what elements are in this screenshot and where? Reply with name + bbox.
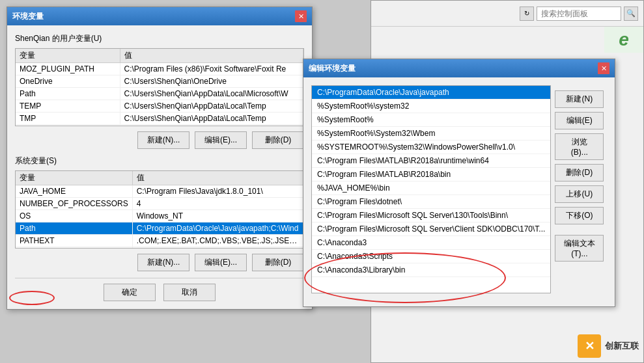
watermark: ✕ 创新互联 — [578, 334, 639, 358]
system-vars-col-value: 值 — [132, 171, 303, 185]
ie-logo: e — [604, 27, 643, 53]
list-item[interactable]: C:\Program Files\MATLAB\R2018a\bin — [312, 168, 550, 182]
table-row[interactable]: TEMPC:\Users\ShenQian\AppData\Local\Temp — [16, 100, 303, 113]
edit-move-up-button[interactable]: 上移(U) — [555, 185, 604, 203]
env-dialog-title: 环境变量 — [12, 11, 44, 22]
ie-search-box: ↻ 🔍 — [520, 7, 638, 21]
var-value-cell: C:\Program Files (x86)\Foxit Software\Fo… — [120, 63, 303, 75]
ie-logo-letter: e — [619, 29, 629, 50]
env-dialog-close-button[interactable]: ✕ — [295, 10, 307, 22]
user-vars-col-value: 值 — [120, 49, 303, 63]
table-row[interactable]: OneDriveC:\Users\ShenQian\OneDrive — [16, 75, 303, 88]
edit-move-down-button[interactable]: 下移(O) — [555, 207, 604, 224]
edit-new-button[interactable]: 新建(N) — [555, 90, 604, 108]
edit-list-area: C:\ProgramData\Oracle\Java\javapath%Syst… — [311, 85, 551, 299]
user-edit-button[interactable]: 编辑(E)... — [195, 131, 247, 149]
var-name-cell: Path — [16, 88, 120, 100]
edit-dialog-title: 编辑环境变量 — [309, 63, 356, 74]
watermark-logo: ✕ — [578, 334, 601, 358]
list-item[interactable]: C:\Program Files\dotnet\ — [312, 195, 550, 209]
user-vars-buttons: 新建(N)... 编辑(E)... 删除(D) — [15, 131, 304, 149]
var-value-cell: C:\ProgramData\Oracle\Java\javapath;C:\W… — [132, 222, 303, 235]
table-row[interactable]: TMPC:\Users\ShenQian\AppData\Local\Temp — [16, 113, 303, 125]
path-list: C:\ProgramData\Oracle\Java\javapath%Syst… — [312, 86, 550, 277]
list-item[interactable]: C:\Anaconda3\Library\bin — [312, 263, 550, 277]
user-vars-label: ShenQian 的用户变量(U) — [15, 33, 304, 44]
var-value-cell: 4 — [132, 198, 303, 210]
path-list-container: C:\ProgramData\Oracle\Java\javapath%Syst… — [311, 85, 551, 293]
table-row[interactable]: NUMBER_OF_PROCESSORS4 — [16, 198, 303, 210]
list-item[interactable]: C:\Program Files\Microsoft SQL Server\13… — [312, 209, 550, 222]
edit-dialog-titlebar: 编辑环境变量 ✕ — [303, 59, 615, 77]
env-ok-button[interactable]: 确定 — [104, 284, 156, 301]
var-name-cell: OneDrive — [16, 75, 120, 88]
edit-browse-button[interactable]: 浏览(B)... — [555, 133, 604, 160]
list-item[interactable]: C:\ProgramData\Oracle\Java\javapath — [312, 86, 550, 100]
var-name-cell: Path — [16, 222, 132, 235]
user-vars-table-container: 变量 值 MOZ_PLUGIN_PATHC:\Program Files (x8… — [15, 48, 304, 126]
system-vars-table: 变量 值 JAVA_HOMEC:\Program Files\Java\jdk1… — [16, 171, 303, 249]
edit-btn-area: 新建(N) 编辑(E) 浏览(B)... 删除(D) 上移(U) 下移(O) 编… — [551, 85, 609, 299]
table-row[interactable]: JAVA_HOMEC:\Program Files\Java\jdk1.8.0_… — [16, 185, 303, 198]
system-new-button[interactable]: 新建(N)... — [137, 254, 189, 271]
var-name-cell: PATHEXT — [16, 235, 132, 247]
list-item[interactable]: %SystemRoot%\System32\Wbem — [312, 127, 550, 141]
var-name-cell: OS — [16, 210, 132, 222]
table-row[interactable]: OSWindows_NT — [16, 210, 303, 222]
var-value-cell: C:\Users\ShenQian\AppData\Local\Microsof… — [120, 88, 303, 100]
table-row[interactable]: PathC:\ProgramData\Oracle\Java\javapath;… — [16, 222, 303, 235]
var-value-cell: Windows_NT — [132, 210, 303, 222]
list-item[interactable]: C:\Program Files\MATLAB\R2018a\runtime\w… — [312, 154, 550, 168]
table-row[interactable]: PATHEXT.COM;.EXE;.BAT;.CMD;.VBS;.VBE;.JS… — [16, 235, 303, 247]
edit-delete-button[interactable]: 删除(D) — [555, 164, 604, 182]
table-row[interactable]: PathC:\Users\ShenQian\AppData\Local\Micr… — [16, 88, 303, 100]
var-name-cell: PROCESSOR_ARCHITECT... — [16, 247, 132, 249]
system-vars-col-name: 变量 — [16, 171, 132, 185]
system-vars-label: 系统变量(S) — [15, 155, 304, 167]
watermark-text: 创新互联 — [605, 340, 639, 352]
ie-search-icon[interactable]: 🔍 — [624, 7, 638, 21]
var-value-cell: C:\Users\ShenQian\AppData\Local\Temp — [120, 113, 303, 125]
var-value-cell: .COM;.EXE;.BAT;.CMD;.VBS;.VBE;.JS;.JSE;.… — [132, 235, 303, 247]
edit-edit-text-button[interactable]: 编辑文本(T)... — [555, 235, 604, 262]
list-item[interactable]: C:\Program Files\Microsoft SQL Server\Cl… — [312, 222, 550, 236]
ie-toolbar: ↻ 🔍 — [371, 1, 643, 27]
var-value-cell: C:\Program Files\Java\jdk1.8.0_101\ — [132, 185, 303, 198]
table-row[interactable]: MOZ_PLUGIN_PATHC:\Program Files (x86)\Fo… — [16, 63, 303, 75]
ie-search-input[interactable] — [537, 7, 621, 21]
var-name-cell: TEMP — [16, 100, 120, 113]
ie-refresh-button[interactable]: ↻ — [520, 7, 534, 21]
system-delete-button[interactable]: 删除(D) — [252, 254, 304, 271]
system-vars-buttons: 新建(N)... 编辑(E)... 删除(D) — [15, 254, 304, 271]
var-value-cell: AMD64 — [132, 247, 303, 249]
list-item[interactable]: %SystemRoot%\system32 — [312, 100, 550, 113]
var-name-cell: MOZ_PLUGIN_PATH — [16, 63, 120, 75]
user-vars-table: 变量 值 MOZ_PLUGIN_PATHC:\Program Files (x8… — [16, 49, 303, 125]
system-vars-table-container: 变量 值 JAVA_HOMEC:\Program Files\Java\jdk1… — [15, 170, 304, 249]
env-dialog-body: ShenQian 的用户变量(U) 变量 值 MOZ_PLUGIN_PATHC:… — [7, 25, 312, 309]
user-delete-button[interactable]: 删除(D) — [252, 131, 304, 149]
edit-layout: C:\ProgramData\Oracle\Java\javapath%Syst… — [311, 85, 607, 299]
user-vars-col-name: 变量 — [16, 49, 120, 63]
list-item[interactable]: %SYSTEMROOT%\System32\WindowsPowerShell\… — [312, 141, 550, 154]
var-name-cell: JAVA_HOME — [16, 185, 132, 198]
var-value-cell: C:\Users\ShenQian\OneDrive — [120, 75, 303, 88]
edit-dialog-close-button[interactable]: ✕ — [598, 62, 609, 74]
var-name-cell: TMP — [16, 113, 120, 125]
env-variables-dialog: 环境变量 ✕ ShenQian 的用户变量(U) 变量 值 MOZ_PLUGIN… — [7, 7, 313, 310]
edit-edit-button[interactable]: 编辑(E) — [555, 112, 604, 129]
system-edit-button[interactable]: 编辑(E)... — [195, 254, 247, 271]
edit-dialog-body: C:\ProgramData\Oracle\Java\javapath%Syst… — [303, 77, 615, 306]
var-value-cell: C:\Users\ShenQian\AppData\Local\Temp — [120, 100, 303, 113]
list-item[interactable]: C:\Anaconda3 — [312, 236, 550, 250]
table-row[interactable]: PROCESSOR_ARCHITECT...AMD64 — [16, 247, 303, 249]
list-item[interactable]: %JAVA_HOME%\bin — [312, 182, 550, 195]
user-new-button[interactable]: 新建(N)... — [137, 131, 189, 149]
list-item[interactable]: %SystemRoot% — [312, 113, 550, 127]
edit-env-dialog: 编辑环境变量 ✕ C:\ProgramData\Oracle\Java\java… — [303, 59, 615, 307]
env-cancel-button[interactable]: 取消 — [163, 284, 216, 301]
var-name-cell: NUMBER_OF_PROCESSORS — [16, 198, 132, 210]
env-dialog-titlebar: 环境变量 ✕ — [7, 7, 312, 25]
list-item[interactable]: C:\Anaconda3\Scripts — [312, 250, 550, 263]
